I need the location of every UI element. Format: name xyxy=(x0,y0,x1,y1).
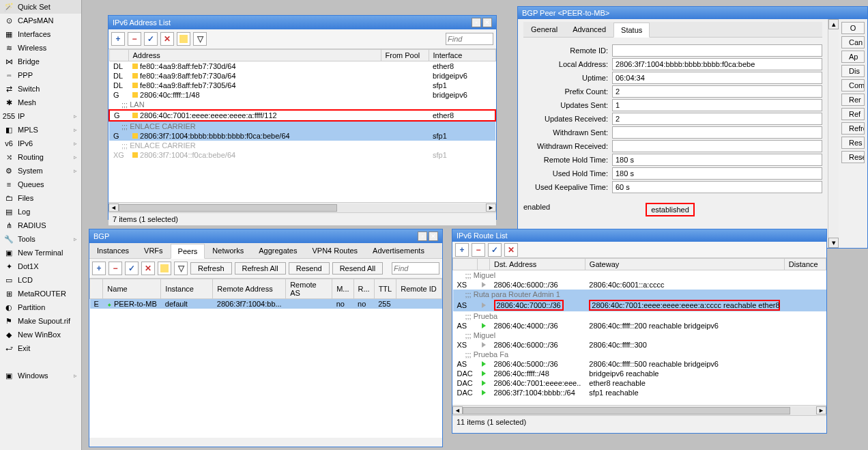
col-header[interactable] xyxy=(109,50,128,61)
remove-button[interactable]: − xyxy=(128,32,141,46)
table-row[interactable]: AS2806:40c:7000::/362806:40c:7001:eeee:e… xyxy=(453,299,826,311)
disable-button[interactable]: ✕ xyxy=(160,32,174,46)
filter-button[interactable]: ▽ xyxy=(174,262,188,275)
enable-button[interactable]: ✓ xyxy=(144,32,158,46)
side-button[interactable]: Ref xyxy=(841,108,865,120)
sidebar-item-ipv6[interactable]: v6IPv6▹ xyxy=(0,137,81,150)
sidebar-item-ppp[interactable]: ⎓PPP xyxy=(0,68,81,82)
table-row[interactable]: XG 2806:3f7:1004::f0ca:bebe/64sfp1 xyxy=(109,150,495,160)
col-header[interactable]: Remote Address xyxy=(213,279,286,299)
sidebar-item-files[interactable]: 🗀Files xyxy=(0,191,81,205)
tab-vpn4 routes[interactable]: VPN4 Routes xyxy=(304,243,365,258)
find-input[interactable] xyxy=(446,33,493,45)
remove-button[interactable]: − xyxy=(108,262,122,275)
sidebar-item-make-supout.rif[interactable]: ⚑Make Supout.rif xyxy=(0,314,81,328)
enable-button[interactable]: ✓ xyxy=(488,243,502,257)
titlebar[interactable]: BGP ▫ ✕ xyxy=(89,229,442,243)
add-button[interactable]: + xyxy=(92,262,106,275)
side-button[interactable]: Refre xyxy=(841,122,865,135)
resend-all-button[interactable]: Resend All xyxy=(332,262,384,275)
add-button[interactable]: + xyxy=(455,243,469,257)
table-row[interactable]: ;;; Miguel xyxy=(453,331,826,340)
col-header[interactable]: M... xyxy=(332,279,353,299)
col-header[interactable]: From Pool xyxy=(381,50,429,61)
tab-aggregates[interactable]: Aggregates xyxy=(251,243,304,258)
comment-button[interactable] xyxy=(177,32,190,46)
scroll-up[interactable]: ▴ xyxy=(828,19,839,29)
sidebar-item-tools[interactable]: 🔧Tools▹ xyxy=(0,232,81,246)
disable-button[interactable]: ✕ xyxy=(504,243,518,257)
tab-networks[interactable]: Networks xyxy=(205,243,251,258)
disable-button[interactable]: ✕ xyxy=(141,262,155,275)
col-header[interactable] xyxy=(453,259,478,270)
table-row[interactable]: G 2806:40c:ffff::1/48bridgeipv6 xyxy=(109,90,495,100)
table-row[interactable]: ;;; ENLACE CARRIER xyxy=(109,141,495,150)
sidebar-item-new-winbox[interactable]: ◆New WinBox xyxy=(0,328,81,341)
side-button[interactable]: Rese xyxy=(841,151,865,163)
col-header[interactable]: Remote AS xyxy=(286,279,332,299)
table-row[interactable]: G 2806:3f7:1004:bbbb:bbbb:bbbb:f0ca:bebe… xyxy=(109,131,495,141)
sidebar-item-queues[interactable]: ≡Queues xyxy=(0,178,81,191)
tab-status[interactable]: Status xyxy=(613,23,650,38)
sidebar-item-quick-set[interactable]: 🪄Quick Set xyxy=(0,0,81,14)
route-table[interactable]: Dst. AddressGatewayDistance ;;; MiguelXS… xyxy=(452,258,826,397)
sidebar-item-lcd[interactable]: ▭LCD xyxy=(0,273,81,287)
titlebar[interactable]: IPv6 Address List ▫ ✕ xyxy=(108,16,496,29)
table-row[interactable]: DL fe80::4aa9:8aff:feb7:730a/64bridgeipv… xyxy=(109,71,495,81)
refresh-all-button[interactable]: Refresh All xyxy=(235,262,286,275)
side-button[interactable]: Res xyxy=(841,137,865,149)
hscrollbar[interactable]: ◄► xyxy=(452,405,826,415)
table-row[interactable]: DAC2806:40c:7001:eeee:eee..ether8 reacha… xyxy=(453,378,826,388)
col-header[interactable]: Name xyxy=(103,279,161,299)
col-header[interactable]: R... xyxy=(353,279,374,299)
sidebar-item-radius[interactable]: ⋔RADIUS xyxy=(0,219,81,232)
table-row[interactable]: ;;; Ruta para Router Admin 1 xyxy=(453,290,826,299)
table-row[interactable]: ;;; LAN xyxy=(109,100,495,110)
resend-button[interactable]: Resend xyxy=(289,262,330,275)
sidebar-item-dot1x[interactable]: ✦Dot1X xyxy=(0,259,81,273)
sidebar-item-new-terminal[interactable]: ▣New Terminal xyxy=(0,246,81,259)
table-row[interactable]: ;;; Prueba Fa xyxy=(453,350,826,359)
sidebar-item-capsman[interactable]: ⊙CAPsMAN xyxy=(0,14,81,27)
table-row[interactable]: DL fe80::4aa9:8aff:feb7:730d/64ether8 xyxy=(109,61,495,72)
sidebar-item-metarouter[interactable]: ⊞MetaROUTER xyxy=(0,287,81,300)
table-row[interactable]: DL fe80::4aa9:8aff:feb7:7305/64sfp1 xyxy=(109,81,495,90)
tab-advertisements[interactable]: Advertisements xyxy=(365,243,432,258)
find-input[interactable] xyxy=(392,262,439,275)
table-row[interactable]: G 2806:40c:7001:eeee:eeee:eeee:a:ffff/11… xyxy=(109,110,495,121)
peer-table[interactable]: NameInstanceRemote AddressRemote ASM...R… xyxy=(89,279,442,309)
sidebar-item-wireless[interactable]: ≋Wireless xyxy=(0,41,81,55)
sidebar-item-mpls[interactable]: ◧MPLS▹ xyxy=(0,123,81,137)
close-button[interactable]: ✕ xyxy=(482,18,492,27)
titlebar[interactable]: IPv6 Route List xyxy=(452,229,826,242)
side-button[interactable]: Can xyxy=(841,36,865,48)
col-header[interactable]: Gateway xyxy=(585,259,784,270)
titlebar[interactable]: BGP Peer <PEER-to-MB> xyxy=(518,7,867,19)
tab-peers[interactable]: Peers xyxy=(171,244,205,259)
table-row[interactable]: AS2806:40c:5000::/362806:40c:ffff::500 r… xyxy=(453,359,826,369)
close-button[interactable]: ✕ xyxy=(429,231,438,241)
table-row[interactable]: DAC2806:40c:ffff::/48bridgeipv6 reachabl… xyxy=(453,369,826,378)
col-header[interactable]: Instance xyxy=(161,279,213,299)
side-button[interactable]: Com xyxy=(841,79,865,92)
enable-button[interactable]: ✓ xyxy=(125,262,139,275)
sidebar-item-switch[interactable]: ⇄Switch xyxy=(0,82,81,96)
sidebar-item-routing[interactable]: ⤭Routing▹ xyxy=(0,150,81,164)
col-header[interactable]: TTL xyxy=(374,279,396,299)
sidebar-item-interfaces[interactable]: ▦Interfaces xyxy=(0,27,81,41)
comment-button[interactable] xyxy=(158,262,171,275)
col-header[interactable]: Distance xyxy=(784,259,826,270)
tab-vrfs[interactable]: VRFs xyxy=(136,243,171,258)
refresh-button[interactable]: Refresh xyxy=(190,262,232,275)
side-button[interactable]: O xyxy=(841,22,865,34)
table-row[interactable]: XS2806:40c:6000::/362806:40c:6001::a:ccc… xyxy=(453,280,826,290)
minimize-button[interactable]: ▫ xyxy=(472,18,481,27)
col-header[interactable] xyxy=(90,279,103,299)
sidebar-item-log[interactable]: ▤Log xyxy=(0,205,81,219)
col-header[interactable]: Remote ID xyxy=(396,279,442,299)
remove-button[interactable]: − xyxy=(472,243,485,257)
sidebar-item-exit[interactable]: ⮐Exit xyxy=(0,341,81,355)
side-button[interactable]: Rer xyxy=(841,94,865,106)
side-button[interactable]: Dis xyxy=(841,65,865,77)
table-row[interactable]: ;;; Miguel xyxy=(453,270,826,281)
